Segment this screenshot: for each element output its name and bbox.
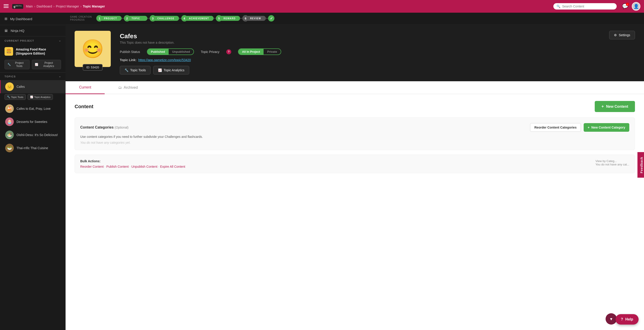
topic-avatar-wrapper: 😊 ID: 53420: [74, 31, 111, 67]
sidebar: ⊞ My Dashboard 🏛 Ninja HQ CURRENT PROJEC…: [0, 13, 66, 330]
svg-rect-0: [4, 4, 8, 5]
project-tools-button[interactable]: 🔧 Project Tools: [4, 60, 30, 69]
content-header-row: Content + New Content: [74, 101, 635, 112]
privacy-help-icon[interactable]: ?: [226, 49, 231, 54]
archive-icon: 🗂: [118, 86, 122, 90]
wrench-small-icon: 🔧: [7, 95, 10, 98]
scroll-down-button[interactable]: ▾: [606, 313, 617, 324]
step-connector-6: [266, 18, 268, 19]
privacy-toggle-group: All In Project Private: [238, 48, 281, 55]
step-label-2: TOPIC: [129, 16, 148, 21]
chevron-down-icon-topics[interactable]: ⌄: [59, 75, 61, 78]
topic-link-url[interactable]: https://app.gametize.com/topic/53420: [138, 58, 191, 62]
new-content-button[interactable]: + New Content: [595, 101, 635, 112]
search-input[interactable]: [562, 5, 614, 8]
topic-tools-button[interactable]: 🔧 Topic Tools: [4, 94, 26, 100]
all-in-project-option[interactable]: All In Project: [238, 49, 264, 55]
logo-text: gBETA: [12, 4, 23, 9]
step-check: ✓: [268, 15, 274, 22]
sidebar-topic-cafes-eat[interactable]: 🍰 Cafes to Eat, Pray, Love: [0, 102, 66, 115]
wrench-icon-main: 🔧: [124, 68, 128, 72]
chevron-down-icon[interactable]: ⌄: [59, 39, 61, 42]
avatar[interactable]: 👤: [632, 2, 640, 11]
step-label-4: ACHIEVEMENT: [187, 16, 214, 21]
tab-archived[interactable]: 🗂 Archived: [105, 81, 151, 94]
expire-all-content-link[interactable]: Expire All Content: [160, 165, 185, 169]
tab-current[interactable]: Current: [66, 81, 105, 94]
help-button[interactable]: ? Help: [616, 314, 638, 324]
content-area: Current 🗂 Archived Content + New Content: [66, 81, 644, 330]
chevron-down-scroll-icon: ▾: [610, 316, 612, 322]
topic-thumb-1: 🧁: [5, 117, 14, 126]
sidebar-topic-thai[interactable]: 🥗 Thai-rrific Thai Cuisine: [0, 141, 66, 154]
unpublish-content-link[interactable]: Unpublish Content: [131, 165, 157, 169]
topic-avatar: 😊: [74, 31, 111, 67]
topic-name-0: Cafes to Eat, Pray, Love: [16, 107, 51, 110]
publish-status-label: Publish Status: [120, 50, 140, 54]
settings-button[interactable]: ⚙ Settings: [609, 31, 635, 39]
logo-area: gBETA: [12, 4, 23, 9]
bulk-actions-label: Bulk Actions:: [80, 159, 185, 163]
progress-label: GAME CREATIONPROGRESS: [70, 15, 92, 21]
svg-rect-1: [4, 6, 8, 7]
view-by-label: View by Categ...: [596, 159, 629, 163]
topic-name-2: Oishii-Desu: It's So Delicious!: [16, 133, 58, 137]
feedback-tab[interactable]: Feedback: [638, 152, 644, 178]
sidebar-active-topic[interactable]: 😊 Cafes: [0, 80, 66, 93]
new-category-button[interactable]: + New Content Category: [584, 123, 629, 132]
wrench-icon: 🔧: [8, 63, 11, 66]
topic-tools-main-button[interactable]: 🔧 Topic Tools: [120, 66, 150, 74]
breadcrumb-dashboard[interactable]: Dashboard: [36, 5, 52, 8]
topic-link-row: Topic Link: https://app.gametize.com/top…: [120, 58, 602, 62]
categories-buttons: Reorder Content Categories + New Content…: [530, 123, 629, 132]
dashboard-icon: ⊞: [4, 17, 8, 21]
ninja-hq-icon: 🏛: [4, 29, 8, 33]
private-option[interactable]: Private: [264, 49, 280, 55]
plus-icon-new-content: +: [602, 104, 604, 109]
breadcrumb: Main › Dashboard › Project Manager › Top…: [26, 5, 105, 8]
gear-icon: ⚙: [614, 33, 617, 37]
reorder-content-link[interactable]: Reorder Content: [80, 165, 104, 169]
progress-step-1: 1 PROJECT: [96, 15, 122, 22]
search-icon: 🔍: [556, 5, 560, 8]
categories-optional: (Optional): [114, 126, 128, 129]
chart-small-icon: 📈: [30, 95, 33, 98]
help-circle-icon: ?: [621, 317, 623, 321]
chat-button[interactable]: 💬 1: [622, 4, 628, 9]
sidebar-topic-oishii[interactable]: 🍜 Oishii-Desu: It's So Delicious!: [0, 128, 66, 141]
topics-section-header: TOPICS ⌄: [0, 72, 66, 80]
step-circle-4: 4: [181, 15, 188, 22]
unpublished-option[interactable]: Unpublished: [169, 49, 194, 55]
topic-thumb-0: 🍰: [5, 104, 14, 113]
step-circle-2: 2: [124, 15, 130, 22]
sidebar-item-my-dashboard[interactable]: ⊞ My Dashboard: [0, 13, 66, 25]
topic-analytics-main-button[interactable]: 📈 Topic Analytics: [153, 66, 189, 74]
step-connector-3: [179, 18, 181, 19]
content-tabs: Current 🗂 Archived: [66, 81, 644, 94]
project-analytics-button[interactable]: 📈 Project Analytics: [32, 60, 61, 69]
privacy-label: Topic Privacy: [201, 50, 219, 54]
published-option[interactable]: Published: [148, 49, 169, 55]
breadcrumb-project-manager[interactable]: Project Manager: [56, 5, 79, 8]
step-label-1: PROJECT: [102, 16, 122, 21]
topic-analytics-button[interactable]: 📈 Topic Analytics: [28, 94, 53, 100]
progress-step-6: 6 REVIEW: [242, 15, 266, 22]
reorder-categories-button[interactable]: Reorder Content Categories: [530, 123, 581, 132]
breadcrumb-main[interactable]: Main: [26, 5, 33, 8]
topic-id-badge: ID: 53420: [83, 64, 102, 71]
publish-content-link[interactable]: Publish Content: [106, 165, 128, 169]
sidebar-topic-desserts[interactable]: 🧁 Desserts for Sweeties: [0, 115, 66, 128]
current-project-header: CURRENT PROJECT ⌄: [0, 36, 66, 44]
progress-step-2: 2 TOPIC: [124, 15, 148, 22]
sidebar-item-ninja-hq[interactable]: 🏛 Ninja HQ: [0, 25, 66, 36]
progress-step-3: 3 CHALLENGE: [150, 15, 179, 22]
progress-bar: GAME CREATIONPROGRESS 1 PROJECT 2 TOPIC …: [66, 13, 644, 24]
active-topic-buttons: 🔧 Topic Tools 📈 Topic Analytics: [0, 93, 66, 102]
step-connector-2: [148, 18, 150, 19]
categories-title-area: Content Categories (Optional): [80, 125, 128, 129]
hamburger-menu-icon[interactable]: [4, 4, 8, 9]
step-label-5: REWARD: [221, 16, 240, 21]
active-topic-name: Cafes: [16, 85, 25, 88]
search-box: 🔍: [553, 3, 617, 10]
topic-thumb-3: 🥗: [5, 144, 14, 152]
